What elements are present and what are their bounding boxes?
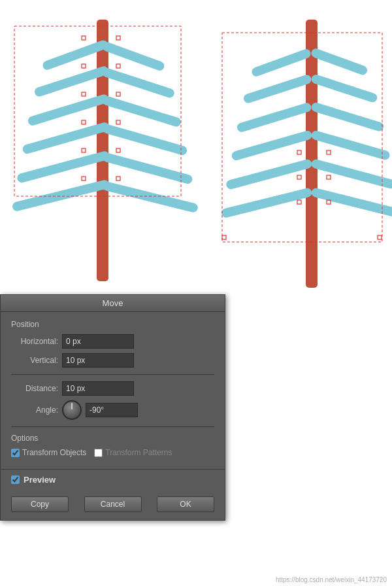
svg-rect-8: [101, 123, 188, 156]
angle-input[interactable]: [86, 403, 138, 417]
preview-row: Preview: [1, 469, 225, 490]
svg-rect-9: [16, 150, 110, 184]
transform-objects-checkbox[interactable]: [11, 449, 20, 457]
svg-rect-34: [310, 129, 391, 161]
divider-1: [11, 374, 214, 375]
vertical-label: Vertical:: [11, 356, 58, 365]
svg-rect-22: [116, 148, 120, 152]
transform-patterns-checkbox[interactable]: [94, 449, 103, 457]
watermark: https://blog.csdn.net/weixin_44173720: [276, 576, 387, 583]
svg-rect-6: [101, 95, 182, 128]
svg-rect-23: [82, 177, 86, 181]
angle-row: Angle:: [11, 400, 214, 420]
options-section-label: Options: [11, 434, 214, 443]
angle-dial[interactable]: [62, 400, 82, 420]
horizontal-input[interactable]: [62, 334, 134, 349]
svg-rect-27: [250, 48, 312, 78]
dialog-title: Move: [1, 295, 225, 312]
svg-rect-17: [82, 92, 86, 96]
svg-rect-45: [222, 235, 226, 239]
transform-objects-label: Transform Objects: [22, 448, 86, 457]
canvas-area: [0, 0, 392, 294]
copy-button[interactable]: Copy: [11, 496, 69, 512]
svg-rect-36: [310, 158, 392, 190]
svg-rect-15: [82, 64, 86, 68]
svg-rect-39: [297, 150, 301, 154]
svg-rect-4: [101, 67, 176, 99]
svg-rect-26: [306, 20, 318, 288]
button-row: Copy Cancel OK: [1, 490, 225, 520]
vertical-row: Vertical:: [11, 353, 214, 368]
svg-rect-2: [101, 41, 166, 71]
horizontal-label: Horizontal:: [11, 337, 58, 346]
dialog-body: Position Horizontal: Vertical: Distance:…: [1, 312, 225, 469]
svg-rect-33: [231, 129, 313, 161]
divider-2: [11, 426, 214, 427]
svg-rect-13: [82, 36, 86, 40]
position-section-label: Position: [11, 320, 214, 329]
svg-rect-31: [236, 102, 312, 133]
svg-rect-20: [116, 120, 120, 124]
svg-rect-12: [101, 181, 199, 213]
svg-rect-21: [82, 148, 86, 152]
ok-button[interactable]: OK: [157, 496, 214, 512]
vertical-input[interactable]: [62, 353, 134, 368]
svg-rect-24: [116, 177, 120, 181]
distance-row: Distance:: [11, 381, 214, 396]
svg-rect-41: [297, 175, 301, 179]
distance-input[interactable]: [62, 381, 134, 396]
svg-rect-16: [116, 64, 120, 68]
svg-rect-19: [82, 120, 86, 124]
svg-rect-40: [327, 150, 331, 154]
angle-label: Angle:: [11, 405, 58, 415]
move-dialog: Move Position Horizontal: Vertical: Dist…: [0, 294, 225, 521]
svg-rect-38: [310, 187, 392, 218]
svg-rect-14: [116, 36, 120, 40]
transform-patterns-label: Transform Patterns: [105, 448, 172, 457]
svg-rect-37: [221, 187, 313, 218]
preview-label: Preview: [24, 475, 56, 485]
svg-rect-11: [12, 179, 110, 212]
distance-label: Distance:: [11, 384, 58, 393]
svg-rect-0: [97, 20, 108, 281]
svg-rect-18: [116, 92, 120, 96]
svg-rect-46: [378, 235, 382, 239]
options-section: Options Transform Objects Transform Patt…: [11, 434, 214, 457]
horizontal-row: Horizontal:: [11, 334, 214, 349]
svg-rect-28: [310, 47, 368, 76]
svg-rect-30: [310, 73, 378, 103]
trees-svg: [0, 0, 392, 294]
svg-rect-32: [310, 101, 385, 132]
preview-checkbox[interactable]: [11, 475, 20, 484]
transform-objects-row: Transform Objects Transform Patterns: [11, 448, 214, 457]
svg-rect-29: [242, 74, 312, 105]
svg-rect-43: [297, 200, 301, 204]
cancel-button[interactable]: Cancel: [84, 496, 142, 512]
svg-rect-35: [225, 158, 313, 190]
svg-rect-10: [101, 152, 193, 184]
svg-rect-42: [327, 175, 331, 179]
